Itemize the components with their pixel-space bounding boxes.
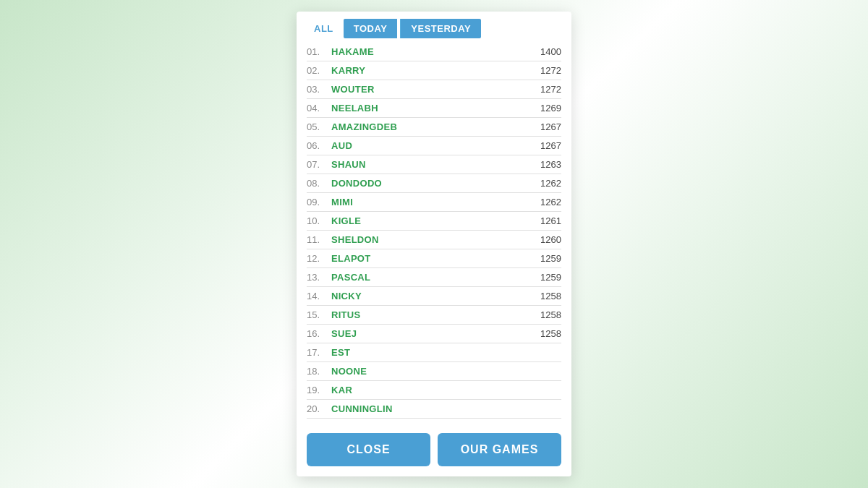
rank-label: 11. bbox=[307, 234, 331, 245]
table-row: 11.SHELDON1260 bbox=[307, 231, 561, 249]
rank-label: 01. bbox=[307, 46, 331, 57]
tab-yesterday[interactable]: YESTERDAY bbox=[400, 19, 481, 38]
player-score: 1272 bbox=[528, 65, 561, 76]
player-name: CUNNINGLIN bbox=[331, 403, 528, 414]
player-name: MIMI bbox=[331, 197, 528, 207]
table-row: 20.CUNNINGLIN bbox=[307, 400, 561, 419]
player-name: NEELABH bbox=[331, 103, 528, 114]
our-games-button[interactable]: OUR GAMES bbox=[438, 433, 561, 466]
rank-label: 12. bbox=[307, 253, 331, 264]
table-row: 15.RITUS1258 bbox=[307, 306, 561, 325]
rank-label: 19. bbox=[307, 385, 331, 395]
player-score: 1259 bbox=[528, 272, 561, 283]
player-score: 1261 bbox=[528, 215, 561, 226]
table-row: 16.SUEJ1258 bbox=[307, 325, 561, 343]
rank-label: 15. bbox=[307, 309, 331, 320]
player-name: SHELDON bbox=[331, 234, 528, 245]
action-buttons: CLOSE OUR GAMES bbox=[297, 423, 571, 476]
player-name: EST bbox=[331, 347, 528, 358]
rank-label: 02. bbox=[307, 65, 331, 76]
player-name: ELAPOT bbox=[331, 253, 528, 264]
table-row: 09.MIMI1262 bbox=[307, 193, 561, 212]
tab-today[interactable]: TODAY bbox=[344, 19, 398, 38]
table-row: 07.SHAUN1263 bbox=[307, 155, 561, 174]
table-row: 03.WOUTER1272 bbox=[307, 80, 561, 99]
player-name: NICKY bbox=[331, 291, 528, 301]
table-row: 08.DONDODO1262 bbox=[307, 174, 561, 193]
rank-label: 16. bbox=[307, 328, 331, 339]
player-name: DONDODO bbox=[331, 178, 528, 189]
player-name: KAR bbox=[331, 385, 528, 395]
rank-label: 10. bbox=[307, 215, 331, 226]
table-row: 12.ELAPOT1259 bbox=[307, 249, 561, 268]
player-name: AUD bbox=[331, 140, 528, 151]
player-name: RITUS bbox=[331, 309, 528, 320]
tab-all[interactable]: ALL bbox=[307, 19, 341, 38]
rank-label: 06. bbox=[307, 140, 331, 151]
tab-bar: ALL TODAY YESTERDAY bbox=[297, 12, 571, 38]
rank-label: 07. bbox=[307, 159, 331, 170]
player-name: HAKAME bbox=[331, 46, 528, 57]
table-row: 18.NOONE bbox=[307, 362, 561, 381]
table-row: 04.NEELABH1269 bbox=[307, 99, 561, 118]
player-name: KARRY bbox=[331, 65, 528, 76]
player-score: 1272 bbox=[528, 84, 561, 95]
player-score: 1258 bbox=[528, 291, 561, 301]
table-row: 17.EST bbox=[307, 343, 561, 362]
player-name: SUEJ bbox=[331, 328, 528, 339]
player-score: 1260 bbox=[528, 234, 561, 245]
player-score: 1262 bbox=[528, 197, 561, 207]
leaderboard-panel: ALL TODAY YESTERDAY 01.HAKAME140002.KARR… bbox=[297, 12, 571, 476]
rank-label: 18. bbox=[307, 366, 331, 377]
player-score: 1259 bbox=[528, 253, 561, 264]
rank-label: 05. bbox=[307, 121, 331, 132]
player-name: SHAUN bbox=[331, 159, 528, 170]
table-row: 02.KARRY1272 bbox=[307, 61, 561, 80]
player-score: 1400 bbox=[528, 46, 561, 57]
rank-label: 17. bbox=[307, 347, 331, 358]
table-row: 19.KAR bbox=[307, 381, 561, 400]
table-row: 13.PASCAL1259 bbox=[307, 268, 561, 287]
leaderboard-list: 01.HAKAME140002.KARRY127203.WOUTER127204… bbox=[297, 38, 571, 423]
player-name: WOUTER bbox=[331, 84, 528, 95]
table-row: 10.KIGLE1261 bbox=[307, 212, 561, 231]
player-name: PASCAL bbox=[331, 272, 528, 283]
close-button[interactable]: CLOSE bbox=[307, 433, 430, 466]
player-score: 1258 bbox=[528, 328, 561, 339]
player-name: KIGLE bbox=[331, 215, 528, 226]
rank-label: 04. bbox=[307, 103, 331, 114]
rank-label: 09. bbox=[307, 197, 331, 207]
player-score: 1262 bbox=[528, 178, 561, 189]
rank-label: 03. bbox=[307, 84, 331, 95]
table-row: 14.NICKY1258 bbox=[307, 287, 561, 306]
player-score: 1267 bbox=[528, 140, 561, 151]
player-score: 1269 bbox=[528, 103, 561, 114]
rank-label: 13. bbox=[307, 272, 331, 283]
player-name: AMAZINGDEB bbox=[331, 121, 528, 132]
table-row: 05.AMAZINGDEB1267 bbox=[307, 118, 561, 137]
player-score: 1263 bbox=[528, 159, 561, 170]
rank-label: 14. bbox=[307, 291, 331, 301]
table-row: 06.AUD1267 bbox=[307, 137, 561, 155]
player-score: 1267 bbox=[528, 121, 561, 132]
rank-label: 20. bbox=[307, 403, 331, 414]
table-row: 01.HAKAME1400 bbox=[307, 43, 561, 61]
player-name: NOONE bbox=[331, 366, 528, 377]
player-score: 1258 bbox=[528, 309, 561, 320]
rank-label: 08. bbox=[307, 178, 331, 189]
